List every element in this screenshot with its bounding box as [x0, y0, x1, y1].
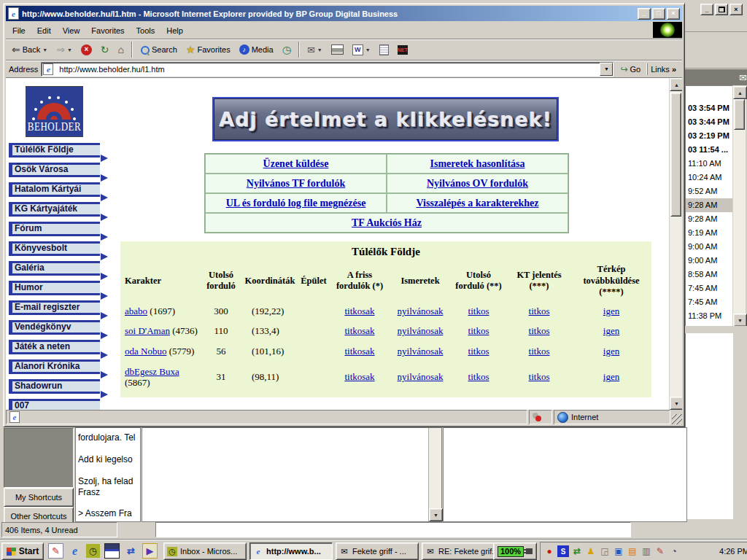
page-vertical-scrollbar[interactable]: ▲ ▼: [669, 78, 682, 410]
tray-monitor-icon[interactable]: ▣: [613, 545, 624, 557]
link-titkos[interactable]: titkos: [468, 325, 489, 336]
sidebar-item-email-regiszter[interactable]: E-mail regiszter: [9, 300, 100, 315]
tray-orange-window-icon[interactable]: ▤: [627, 545, 638, 557]
menu-edit[interactable]: Edit: [32, 24, 56, 37]
link-ismeretek-hasonlitasa[interactable]: Ismeretek hasonlítása: [430, 158, 525, 170]
ie-maximize-button[interactable]: □: [652, 8, 665, 20]
link-titkos-kt[interactable]: titkos: [529, 306, 550, 316]
search-button[interactable]: Search: [137, 44, 180, 56]
media-button[interactable]: ♪ Media: [236, 43, 276, 56]
character-link[interactable]: oda Nobuo: [125, 346, 166, 357]
message-list-item[interactable]: 9:00 AM: [686, 254, 733, 268]
link-titkos-kt[interactable]: titkos: [529, 346, 550, 357]
link-titkos[interactable]: titkos: [468, 371, 489, 382]
message-list-item[interactable]: 8:58 AM: [686, 268, 733, 281]
menu-help[interactable]: Help: [161, 24, 188, 37]
sidebar-item-alanori-kronika[interactable]: Alanori Krónika: [9, 359, 100, 374]
history-button[interactable]: ◷: [279, 43, 294, 56]
home-button[interactable]: ⌂: [115, 43, 127, 56]
sync-arrows-icon[interactable]: ⇄: [124, 544, 138, 558]
message-list-item[interactable]: 9:19 AM: [686, 226, 733, 240]
sidebar-item-tulelok-foldje[interactable]: Túlélők Földje: [9, 143, 100, 158]
my-shortcuts-button[interactable]: My Shortcuts: [4, 488, 74, 507]
scrollbar-thumb[interactable]: [734, 99, 745, 130]
task-inbox[interactable]: ◷ Inbox - Micros...: [163, 542, 247, 560]
sidebar-item-jatek-a-neten[interactable]: Játék a neten: [9, 340, 100, 354]
ie-close-button[interactable]: ×: [667, 8, 680, 20]
menu-favorites[interactable]: Favorites: [86, 24, 129, 37]
link-igen[interactable]: igen: [603, 325, 619, 336]
link-ul-log-file[interactable]: UL és forduló log file megnézése: [226, 198, 366, 209]
link-nyilvanos-ov-fordulok[interactable]: Nyilvános OV fordulók: [427, 178, 528, 190]
mail-button[interactable]: ✉ ▼: [304, 44, 325, 56]
scrollbar-thumb[interactable]: [670, 93, 681, 217]
tray-yellow-figure-icon[interactable]: ♟: [585, 545, 597, 557]
menu-tools[interactable]: Tools: [131, 24, 160, 37]
outlook-clock-icon[interactable]: ◷: [86, 544, 100, 558]
scroll-up-icon[interactable]: ▲: [733, 86, 747, 99]
link-nyilvanos-tf-fordulok[interactable]: Nyilvános TF fordulók: [247, 178, 345, 190]
sidebar-item-kg-kartyajatek[interactable]: KG Kártyajáték: [9, 202, 100, 217]
message-list-item[interactable]: 9:00 AM: [686, 240, 733, 254]
outlook-close-button[interactable]: ×: [729, 4, 743, 15]
forward-dropdown-icon[interactable]: ▼: [67, 47, 72, 52]
print-button[interactable]: [328, 43, 347, 56]
scroll-down-icon[interactable]: ▼: [429, 508, 443, 521]
tray-blue-s-icon[interactable]: S: [557, 545, 569, 557]
beholder-logo[interactable]: BEHOLDER: [26, 86, 83, 137]
sidebar-item-osok-varosa[interactable]: Ősök Városa: [9, 163, 100, 177]
link-titkosak[interactable]: titkosak: [344, 371, 374, 382]
message-list-item[interactable]: 03 11:54 ...: [686, 143, 733, 157]
link-titkos[interactable]: titkos: [468, 306, 489, 316]
favorites-button[interactable]: ★ Favorites: [183, 43, 233, 56]
sidebar-item-forum[interactable]: Fórum: [9, 222, 100, 236]
link-titkos-kt[interactable]: titkos: [529, 325, 550, 336]
media-player-icon[interactable]: ▶: [142, 543, 158, 559]
task-ie-beholder[interactable]: e http://www.b...: [249, 542, 333, 560]
link-nyilvanosak[interactable]: nyilvánosak: [398, 346, 444, 357]
message-list-item[interactable]: 03 3:54 PM: [686, 101, 733, 115]
taskbar-clock[interactable]: 4:26 PM: [719, 547, 747, 556]
refresh-button[interactable]: ↻: [98, 43, 112, 56]
sidebar-item-humor[interactable]: Humor: [9, 281, 100, 295]
edit-dropdown-icon[interactable]: ▼: [365, 47, 371, 52]
mail-dropdown-icon[interactable]: ▼: [317, 47, 322, 52]
internet-explorer-icon[interactable]: e: [68, 544, 82, 558]
message-list-item[interactable]: 10:24 AM: [686, 171, 733, 184]
sidebar-item-konyvesbolt[interactable]: Könyvesbolt: [9, 241, 100, 256]
link-nyilvanosak[interactable]: nyilvánosak: [398, 306, 444, 316]
links-toolbar[interactable]: Links »: [647, 63, 679, 75]
scroll-down-icon[interactable]: ▼: [733, 314, 747, 327]
link-titkos-kt[interactable]: titkos: [529, 371, 550, 382]
sidebar-item-shadowrun[interactable]: Shadowrun: [9, 379, 100, 394]
link-titkos[interactable]: titkos: [468, 346, 489, 357]
tray-pen-icon[interactable]: ✎: [654, 545, 666, 557]
menu-file[interactable]: File: [7, 24, 31, 37]
address-dropdown-icon[interactable]: ▼: [600, 63, 613, 76]
link-visszalepes[interactable]: Visszalépés a karakterekhez: [417, 198, 539, 209]
link-igen[interactable]: igen: [603, 306, 619, 316]
tray-gray-card-icon[interactable]: ◲: [599, 545, 611, 557]
character-link[interactable]: soi D'Aman: [125, 325, 170, 336]
message-list-item[interactable]: 9:52 AM: [686, 184, 733, 198]
message-list-scrollbar[interactable]: ▲ ▼: [732, 85, 746, 327]
message-list-item[interactable]: 9:28 AM: [686, 212, 733, 226]
go-button[interactable]: ↪ Go: [616, 63, 644, 75]
link-nyilvanosak[interactable]: nyilvánosak: [398, 371, 444, 382]
character-link[interactable]: dbEgesz Buxa: [125, 366, 179, 377]
scroll-up-icon[interactable]: ▲: [670, 78, 682, 91]
task-re-fekete-griff[interactable]: ✉ RE: Fekete grif...: [422, 542, 505, 560]
forward-button[interactable]: ⇒ ▼: [53, 43, 75, 56]
links-chevron-icon[interactable]: »: [672, 65, 676, 74]
link-uzenet-kuldese[interactable]: Üzenet küldése: [263, 158, 329, 170]
link-nyilvanosak[interactable]: nyilvánosak: [398, 325, 444, 336]
link-titkosak[interactable]: titkosak: [344, 346, 374, 357]
menu-view[interactable]: View: [58, 24, 85, 37]
message-list-item[interactable]: 7:45 AM: [686, 295, 733, 309]
link-tf-aukcios-haz[interactable]: TF Aukciós Ház: [352, 217, 422, 229]
pane-scrollbar[interactable]: ▼: [428, 428, 441, 521]
link-igen[interactable]: igen: [603, 371, 619, 382]
link-titkosak[interactable]: titkosak: [344, 306, 374, 316]
character-link[interactable]: ababo: [125, 306, 147, 316]
back-dropdown-icon[interactable]: ▼: [42, 47, 47, 52]
